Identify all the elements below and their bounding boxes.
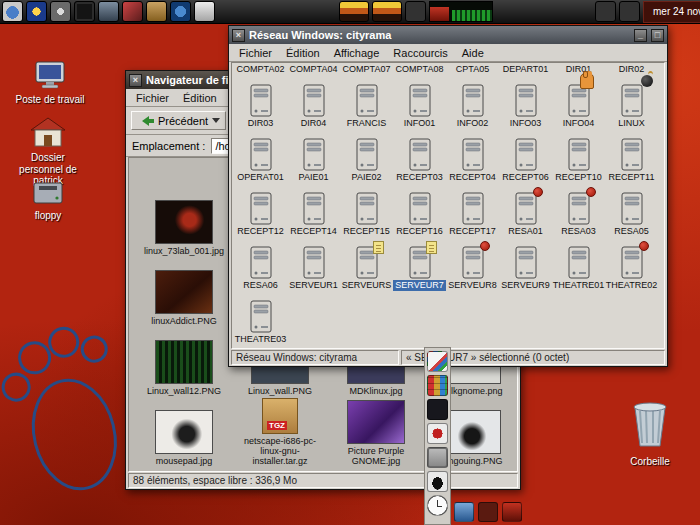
server-item[interactable]: DIR03 <box>234 77 287 131</box>
server-item[interactable]: INFO04 <box>552 77 605 131</box>
server-item[interactable]: THEATRE03 <box>234 293 287 347</box>
network-titlebar[interactable]: × Réseau Windows: cityrama _ □ <box>229 26 667 44</box>
server-item[interactable]: RESA05 <box>605 185 658 239</box>
dock-launcher-icon[interactable] <box>427 471 448 492</box>
desktop-icon-floppy[interactable]: floppy <box>8 180 88 222</box>
desktop-icon-computer[interactable]: Poste de travail <box>10 60 90 106</box>
server-item[interactable]: INFO01 <box>393 77 446 131</box>
server-item[interactable]: LINUX <box>605 77 658 131</box>
server-item[interactable]: CPTA05 <box>446 62 499 77</box>
server-name-label: DIR02 <box>617 64 647 75</box>
file-item[interactable]: linux_73lab_001.jpg <box>137 188 231 256</box>
file-item[interactable]: TGZ netscape-i686-pc-linux-gnu-installer… <box>233 398 327 466</box>
server-item[interactable]: THEATRE01 <box>552 239 605 293</box>
server-item[interactable]: SERVEURS <box>340 239 393 293</box>
server-item[interactable]: RECEPT06 <box>499 131 552 185</box>
panel-launcher-icon[interactable] <box>2 1 23 22</box>
server-item[interactable]: RECEPT16 <box>393 185 446 239</box>
maximize-icon[interactable]: □ <box>651 29 664 42</box>
dock-launcher-icon[interactable] <box>427 351 448 372</box>
server-item[interactable]: INFO02 <box>446 77 499 131</box>
menu-item[interactable]: Aide <box>455 46 491 60</box>
server-item[interactable]: COMPTA02 <box>234 62 287 77</box>
server-item[interactable]: RECEPT14 <box>287 185 340 239</box>
trash-icon <box>627 443 673 454</box>
server-item[interactable]: FRANCIS <box>340 77 393 131</box>
panel-launcher-icon[interactable] <box>170 1 191 22</box>
server-item[interactable]: SERVEUR1 <box>287 239 340 293</box>
panel-banner-icon[interactable] <box>339 1 369 22</box>
desktop-background: Poste de travail Dossier personnel de pa… <box>0 0 700 525</box>
back-arrow-icon <box>137 116 154 126</box>
server-item[interactable]: RESA01 <box>499 185 552 239</box>
server-item[interactable]: DIR01 <box>552 62 605 77</box>
menu-item[interactable]: Édition <box>176 91 224 105</box>
server-item[interactable]: RECEPT04 <box>446 131 499 185</box>
menu-item[interactable]: Raccourcis <box>386 46 454 60</box>
menu-item[interactable]: Édition <box>279 46 327 60</box>
server-tower-icon <box>567 192 591 226</box>
panel-applet-icon[interactable] <box>405 1 426 22</box>
file-item[interactable]: linuxAddict.PNG <box>137 258 231 326</box>
panel-launcher-icon[interactable] <box>194 1 215 22</box>
server-item[interactable]: COMPTA07 <box>340 62 393 77</box>
panel-banner-icon[interactable] <box>372 1 402 22</box>
server-item[interactable]: COMPTA04 <box>287 62 340 77</box>
server-name-label: SERVEUR7 <box>393 280 445 291</box>
server-tower-icon <box>249 192 273 226</box>
desktop-icon-trash[interactable]: Corbeille <box>610 396 690 468</box>
server-item[interactable]: OPERAT01 <box>234 131 287 185</box>
panel-launcher-icon[interactable] <box>98 1 119 22</box>
panel-launcher-icon[interactable] <box>146 1 167 22</box>
back-button[interactable]: Précédent <box>131 111 226 130</box>
bottom-launcher-icon[interactable] <box>478 502 498 522</box>
dock-launcher-icon[interactable] <box>427 447 448 468</box>
server-item[interactable]: SERVEUR9 <box>499 239 552 293</box>
panel-launcher-icon[interactable] <box>74 1 95 22</box>
server-item[interactable]: RECEPT12 <box>234 185 287 239</box>
panel-launcher-icon[interactable] <box>595 1 616 22</box>
menu-item[interactable]: Affichage <box>327 46 387 60</box>
dock-launcher-icon[interactable] <box>427 375 448 396</box>
server-item[interactable]: SERVEUR8 <box>446 239 499 293</box>
close-icon[interactable]: × <box>129 74 142 87</box>
file-name-label: Linux_wall12.PNG <box>147 386 221 396</box>
panel-launcher-icon[interactable] <box>50 1 71 22</box>
server-item[interactable]: RECEPT11 <box>605 131 658 185</box>
server-item[interactable]: DEPART01 <box>499 62 552 77</box>
server-item[interactable]: THEATRE02 <box>605 239 658 293</box>
panel-launcher-icon[interactable] <box>122 1 143 22</box>
panel-launcher-icon[interactable] <box>26 1 47 22</box>
server-item[interactable]: SERVEUR7 <box>393 239 446 293</box>
desktop-icon-home[interactable]: Dossier personnel de patrick <box>8 116 88 187</box>
minimize-icon[interactable]: _ <box>634 29 647 42</box>
dock-launcher-icon[interactable] <box>427 495 448 516</box>
server-item[interactable]: RECEPT10 <box>552 131 605 185</box>
file-item[interactable]: mousepad.jpg <box>137 398 231 466</box>
server-item[interactable]: PAIE01 <box>287 131 340 185</box>
server-item[interactable]: PAIE02 <box>340 131 393 185</box>
server-item[interactable]: RECEPT15 <box>340 185 393 239</box>
chevron-down-icon[interactable] <box>212 118 220 127</box>
server-item[interactable]: INFO03 <box>499 77 552 131</box>
network-window: × Réseau Windows: cityrama _ □ FichierÉd… <box>228 25 668 367</box>
server-item[interactable]: COMPTA08 <box>393 62 446 77</box>
dock-launcher-icon[interactable] <box>427 423 448 444</box>
close-icon[interactable]: × <box>232 29 245 42</box>
server-item[interactable]: RECEPT17 <box>446 185 499 239</box>
file-item[interactable]: Picture Purple GNOME.jpg <box>329 398 423 466</box>
system-monitor-applet[interactable] <box>429 1 493 22</box>
dock-launcher-icon[interactable] <box>427 399 448 420</box>
server-tower-icon <box>461 84 485 118</box>
server-item[interactable]: DIR04 <box>287 77 340 131</box>
server-item[interactable]: RECEPT03 <box>393 131 446 185</box>
menu-item[interactable]: Fichier <box>129 91 176 105</box>
server-item[interactable]: RESA03 <box>552 185 605 239</box>
bottom-launcher-icon[interactable] <box>502 502 522 522</box>
server-tower-icon <box>461 138 485 172</box>
file-item[interactable]: Linux_wall12.PNG <box>137 328 231 396</box>
menu-item[interactable]: Fichier <box>232 46 279 60</box>
panel-launcher-icon[interactable] <box>619 1 640 22</box>
bottom-launcher-icon[interactable] <box>454 502 474 522</box>
server-item[interactable]: RESA06 <box>234 239 287 293</box>
